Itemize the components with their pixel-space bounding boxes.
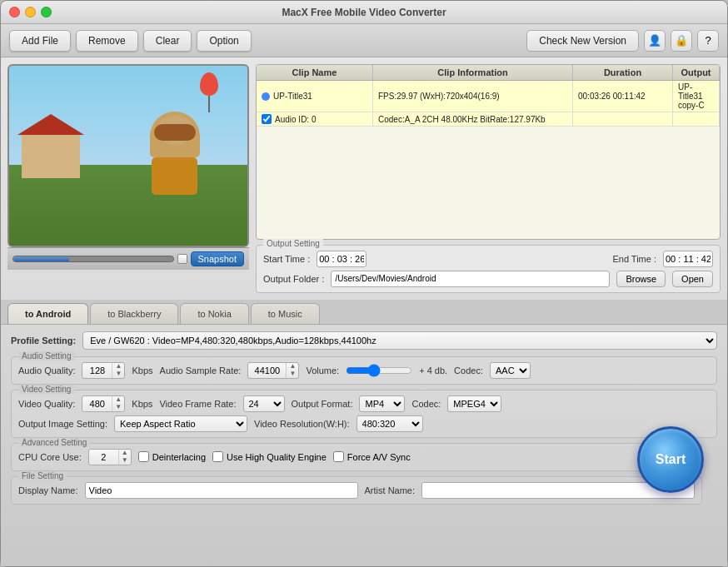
character [143, 112, 206, 191]
option-button[interactable]: Option [197, 30, 251, 52]
add-file-button[interactable]: Add File [9, 30, 71, 52]
audio-id-label: Audio ID: 0 [275, 115, 316, 124]
profile-row: Profile Setting: Eve / GW620 : Video=MP4… [11, 331, 717, 350]
progress-thumb[interactable] [177, 254, 187, 264]
start-time-input[interactable] [317, 251, 366, 267]
force-av-checkbox[interactable] [333, 451, 344, 462]
profile-setting-label: Profile Setting: [11, 336, 76, 346]
clip-table: Clip Name Clip Information Duration Outp… [256, 64, 721, 240]
folder-label: Output Folder : [263, 274, 324, 284]
remove-button[interactable]: Remove [76, 30, 138, 52]
high-quality-checkbox[interactable] [212, 451, 223, 462]
close-button[interactable] [9, 7, 20, 17]
sample-rate-input[interactable] [248, 363, 286, 378]
display-name-input[interactable] [85, 482, 358, 499]
house-roof [17, 114, 84, 135]
video-setting-section: Video Setting Video Quality: ▲ ▼ Kbps Vi… [11, 390, 717, 438]
main-window: MacX Free Mobile Video Converter Add Fil… [0, 0, 728, 567]
cpu-spinner: ▲ ▼ [88, 449, 132, 465]
audio-kbps-label: Kbps [132, 366, 152, 376]
clip-output-cell: UP-Title31 copy-C [673, 81, 720, 112]
profile-select[interactable]: Eve / GW620 : Video=MP4,480:320,480kbps,… [82, 331, 717, 350]
audio-quality-input[interactable] [82, 363, 112, 378]
video-quality-spinner: ▲ ▼ [82, 395, 125, 412]
video-section-title: Video Setting [18, 385, 74, 394]
audio-info-cell: Codec:A_A 2CH 48.00KHz BitRate:127.97Kb [373, 112, 573, 126]
video-kbps-label: Kbps [132, 399, 152, 409]
video-quality-label: Video Quality: [18, 399, 75, 409]
output-setting: Output Setting Start Time : End Time : O… [256, 245, 721, 293]
spinner-arrows: ▲ ▼ [112, 363, 124, 378]
traffic-lights [9, 7, 52, 17]
toolbar-right: Check New Version 👤 🔒 ? [526, 30, 719, 52]
image-setting-label: Output Image Setting: [18, 419, 107, 429]
folder-row: Output Folder : Browse Open [263, 271, 713, 287]
audio-quality-spinner: ▲ ▼ [82, 362, 125, 379]
progress-fill [13, 256, 69, 261]
audio-checkbox-cell: Audio ID: 0 [257, 112, 373, 126]
window-title: MacX Free Mobile Video Converter [282, 7, 446, 18]
start-btn-container: Start [709, 443, 717, 510]
sample-rate-spinner: ▲ ▼ [247, 362, 299, 379]
help-icon[interactable]: ? [697, 30, 719, 52]
output-setting-label: Output Setting [263, 239, 323, 248]
tabs-container: to Android to Blackberry to Nokia to Mus… [1, 300, 727, 324]
table-row[interactable]: UP-Title31 FPS:29.97 (WxH):720x404(16:9)… [257, 81, 720, 112]
clip-output: UP-Title31 copy-C [678, 82, 714, 110]
force-av-text: Force A/V Sync [347, 452, 411, 462]
resolution-select[interactable]: 480:320 [357, 415, 423, 432]
audio-checkbox[interactable] [262, 114, 272, 124]
file-setting-section: File Setting Display Name: Artist Name: [11, 476, 702, 505]
cpu-input[interactable] [89, 450, 118, 465]
audio-section-title: Audio Setting [18, 351, 75, 361]
check-new-version-button[interactable]: Check New Version [526, 30, 639, 52]
start-button[interactable]: Start [637, 426, 704, 493]
file-setting-row: Display Name: Artist Name: [18, 482, 695, 499]
audio-codec-label: Codec: [454, 366, 483, 376]
minimize-button[interactable] [25, 7, 36, 17]
clip-info-cell: FPS:29.97 (WxH):720x404(16:9) [373, 81, 573, 112]
status-dot [262, 92, 270, 101]
title-bar: MacX Free Mobile Video Converter [1, 1, 727, 24]
snapshot-button[interactable]: Snapshot [191, 251, 244, 266]
vq-down[interactable]: ▼ [112, 404, 124, 411]
audio-output-cell [673, 112, 720, 126]
image-setting-select[interactable]: Keep Aspect Ratio [114, 415, 247, 432]
lock-icon[interactable]: 🔒 [671, 30, 692, 52]
audio-codec-select[interactable]: AAC [490, 362, 531, 379]
tab-blackberry[interactable]: to Blackberry [90, 303, 178, 324]
advanced-section-title: Advanced Setting [18, 438, 90, 447]
clear-button[interactable]: Clear [143, 30, 192, 52]
end-time-input[interactable] [663, 251, 713, 267]
tab-android[interactable]: to Android [7, 303, 88, 324]
open-button[interactable]: Open [672, 271, 713, 287]
maximize-button[interactable] [41, 7, 52, 17]
folder-input[interactable] [331, 271, 610, 287]
tab-music[interactable]: to Music [251, 303, 320, 324]
video-settings-row1: Video Quality: ▲ ▼ Kbps Video Frame Rate… [18, 395, 710, 412]
balloon-string [208, 96, 210, 112]
cpu-arrows: ▲ ▼ [118, 450, 131, 465]
output-format-select[interactable]: MP4 [359, 395, 405, 412]
left-panel: Snapshot [7, 64, 249, 293]
start-time-label: Start Time : [263, 254, 310, 264]
deinterlacing-checkbox[interactable] [138, 451, 149, 462]
sample-rate-down[interactable]: ▼ [287, 371, 298, 378]
deinterlacing-text: Deinterlacing [152, 452, 206, 462]
video-quality-input[interactable] [82, 396, 112, 411]
video-codec-select[interactable]: MPEG4 [447, 395, 501, 412]
progress-bar[interactable] [12, 256, 174, 262]
clip-duration: 00:03:26 00:11:42 [578, 92, 646, 101]
clip-duration-cell: 00:03:26 00:11:42 [573, 81, 673, 112]
force-av-label: Force A/V Sync [333, 451, 411, 462]
cpu-down[interactable]: ▼ [119, 457, 131, 465]
frame-rate-select[interactable]: 24 [243, 395, 285, 412]
tab-nokia[interactable]: to Nokia [180, 303, 248, 324]
display-name-label: Display Name: [18, 485, 78, 495]
user-icon[interactable]: 👤 [644, 30, 666, 52]
artist-name-label: Artist Name: [365, 485, 416, 495]
spinner-down[interactable]: ▼ [112, 371, 124, 378]
volume-slider[interactable] [346, 364, 412, 377]
clip-name-cell: UP-Title31 [257, 81, 373, 112]
browse-button[interactable]: Browse [616, 271, 666, 287]
